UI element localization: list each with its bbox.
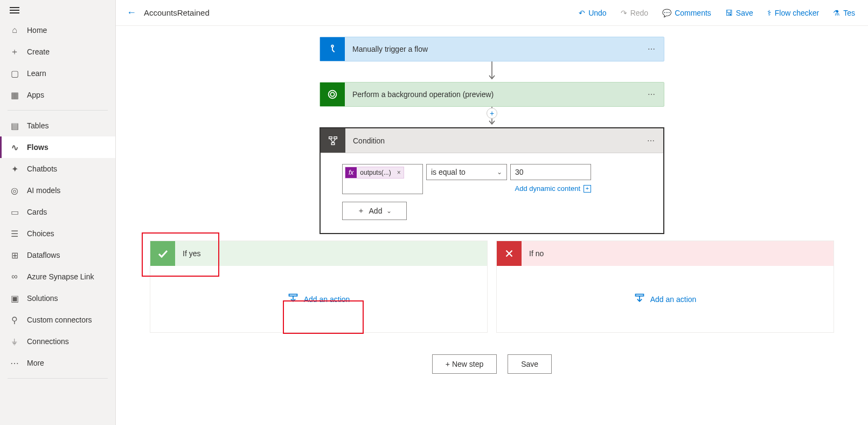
flow-icon: ∿ bbox=[10, 142, 19, 152]
sidebar-item-label: Connections bbox=[27, 337, 69, 346]
table-icon: ▤ bbox=[10, 121, 19, 131]
add-action-icon bbox=[288, 293, 298, 305]
bottom-save-button[interactable]: Save bbox=[508, 354, 552, 374]
back-button[interactable]: ← bbox=[124, 5, 138, 20]
svg-rect-13 bbox=[635, 294, 643, 296]
if-no-branch: If no Add an action bbox=[496, 241, 834, 333]
sidebar-item-label: Solutions bbox=[27, 294, 58, 303]
sidebar-item-home[interactable]: ⌂ Home bbox=[0, 19, 115, 41]
comment-icon: 💬 bbox=[662, 9, 671, 17]
svg-line-8 bbox=[333, 139, 336, 142]
sidebar-item-label: Apps bbox=[27, 91, 44, 99]
sidebar-item-apps[interactable]: ▦ Apps bbox=[0, 84, 115, 106]
solution-icon: ▣ bbox=[10, 293, 19, 303]
test-button[interactable]: ⚗Tes bbox=[829, 5, 859, 20]
sidebar-item-label: Custom connectors bbox=[27, 316, 92, 324]
branch-label: If no bbox=[522, 249, 544, 258]
sidebar-item-solutions[interactable]: ▣ Solutions bbox=[0, 287, 115, 309]
if-yes-header[interactable]: If yes bbox=[150, 241, 487, 266]
trigger-step[interactable]: Manually trigger a flow ⋯ bbox=[320, 37, 664, 61]
background-step[interactable]: Perform a background operation (preview)… bbox=[320, 82, 664, 107]
svg-point-0 bbox=[331, 45, 334, 47]
step-more-icon[interactable]: ⋯ bbox=[640, 90, 664, 99]
book-icon: ▢ bbox=[10, 68, 19, 78]
save-button[interactable]: 🖫Save bbox=[721, 5, 758, 20]
condition-value-input[interactable]: 30 bbox=[510, 164, 591, 180]
value-text: 30 bbox=[515, 168, 524, 176]
step-title: Perform a background operation (preview) bbox=[345, 90, 640, 99]
sidebar-item-cards[interactable]: ▭ Cards bbox=[0, 201, 115, 223]
page-title: AccountsRetained bbox=[144, 8, 210, 17]
apps-icon: ▦ bbox=[10, 90, 19, 100]
sidebar-item-create[interactable]: ＋ Create bbox=[0, 41, 115, 63]
sidebar-item-flows[interactable]: ∿ Flows bbox=[0, 136, 115, 158]
if-yes-branch: If yes Add an action bbox=[150, 241, 488, 333]
save-icon: 🖫 bbox=[725, 9, 733, 17]
sidebar-item-connections[interactable]: ⏚ Connections bbox=[0, 331, 115, 352]
ai-icon: ◎ bbox=[10, 186, 19, 195]
bottom-buttons: + New step Save bbox=[432, 354, 552, 374]
list-icon: ☰ bbox=[10, 229, 19, 238]
operator-label: is equal to bbox=[431, 168, 466, 176]
add-action-yes[interactable]: Add an action bbox=[288, 293, 350, 305]
flow-canvas: Manually trigger a flow ⋯ Perform a back… bbox=[116, 26, 868, 425]
sidebar-item-learn[interactable]: ▢ Learn bbox=[0, 63, 115, 84]
sidebar-item-label: Create bbox=[27, 47, 50, 56]
condition-branches: If yes Add an action bbox=[139, 241, 845, 333]
token-remove[interactable]: × bbox=[394, 169, 404, 176]
fx-icon: fx bbox=[345, 167, 357, 178]
sidebar-item-label: Learn bbox=[27, 69, 46, 78]
more-icon: ⋯ bbox=[10, 358, 19, 368]
step-title: Condition bbox=[345, 136, 640, 145]
step-more-icon[interactable]: ⋯ bbox=[640, 45, 664, 53]
sidebar-item-connectors[interactable]: ⚲ Custom connectors bbox=[0, 309, 115, 331]
new-step-button[interactable]: + New step bbox=[432, 354, 497, 374]
add-dynamic-content-link[interactable]: Add dynamic content + bbox=[426, 184, 591, 193]
chevron-down-icon: ⌄ bbox=[386, 207, 392, 215]
flowchecker-button[interactable]: ⚕Flow checker bbox=[763, 5, 823, 20]
condition-header[interactable]: Condition ⋯ bbox=[321, 128, 663, 153]
step-more-icon[interactable]: ⋯ bbox=[640, 136, 663, 145]
sidebar-item-synapse[interactable]: ∞ Azure Synapse Link bbox=[0, 266, 115, 287]
expression-token: fx outputs(...) × bbox=[345, 167, 404, 179]
svg-point-2 bbox=[329, 91, 337, 99]
sidebar-item-label: Chatbots bbox=[27, 164, 57, 173]
sidebar-item-label: AI models bbox=[27, 186, 60, 195]
undo-button[interactable]: ↶Undo bbox=[574, 5, 610, 20]
sidebar-item-tables[interactable]: ▤ Tables bbox=[0, 115, 115, 136]
touch-icon bbox=[320, 37, 345, 61]
add-action-icon bbox=[634, 293, 645, 305]
connector-icon: ⚲ bbox=[10, 315, 19, 325]
link-icon: ∞ bbox=[10, 272, 19, 282]
condition-add-button[interactable]: ＋ Add ⌄ bbox=[342, 202, 407, 220]
sidebar-item-label: More bbox=[27, 359, 44, 367]
sidebar-item-dataflows[interactable]: ⊞ Dataflows bbox=[0, 244, 115, 266]
token-label: outputs(...) bbox=[357, 167, 394, 178]
sidebar-item-choices[interactable]: ☰ Choices bbox=[0, 223, 115, 244]
dynamic-icon: + bbox=[584, 185, 591, 193]
sidebar-item-aimodels[interactable]: ◎ AI models bbox=[0, 180, 115, 201]
add-action-no[interactable]: Add an action bbox=[634, 293, 697, 305]
comments-button[interactable]: 💬Comments bbox=[658, 5, 716, 20]
if-no-header[interactable]: If no bbox=[497, 241, 834, 266]
flow-arrow: + bbox=[488, 107, 496, 127]
condition-operator-select[interactable]: is equal to ⌄ bbox=[426, 164, 507, 180]
plus-icon: ＋ bbox=[357, 206, 365, 216]
svg-rect-5 bbox=[334, 136, 337, 139]
plus-icon: ＋ bbox=[10, 47, 19, 57]
sidebar-item-label: Azure Synapse Link bbox=[27, 272, 94, 281]
hamburger-menu[interactable] bbox=[0, 3, 115, 17]
insert-step-button[interactable]: + bbox=[487, 108, 497, 119]
card-icon: ▭ bbox=[10, 207, 19, 217]
flow-arrow bbox=[488, 61, 496, 82]
svg-line-7 bbox=[330, 139, 333, 142]
sidebar-item-chatbots[interactable]: ✦ Chatbots bbox=[0, 158, 115, 180]
chevron-down-icon: ⌄ bbox=[497, 168, 502, 176]
sidebar-item-label: Dataflows bbox=[27, 251, 60, 259]
svg-rect-4 bbox=[329, 136, 332, 139]
dataflow-icon: ⊞ bbox=[10, 250, 19, 260]
sidebar-item-more[interactable]: ⋯ More bbox=[0, 352, 115, 374]
redo-button: ↷Redo bbox=[616, 5, 652, 20]
sidebar-item-label: Choices bbox=[27, 229, 54, 238]
condition-left-operand[interactable]: fx outputs(...) × bbox=[342, 164, 423, 194]
